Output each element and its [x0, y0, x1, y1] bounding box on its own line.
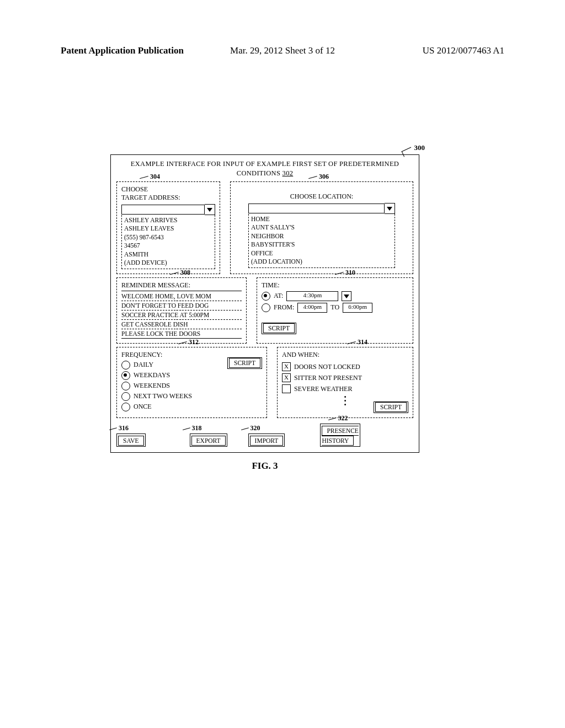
checkbox-icon[interactable]: X [282, 362, 291, 371]
ref-312: 312 [189, 338, 199, 346]
page-header: Patent Application Publication Mar. 29, … [61, 45, 504, 56]
save-button[interactable]: SAVE [116, 433, 146, 447]
ref-320: 320 [250, 424, 260, 432]
list-item[interactable]: (555) 987-6543 [124, 233, 212, 242]
chevron-down-icon[interactable] [385, 203, 395, 214]
freq-weekends[interactable]: WEEKENDS [121, 382, 262, 390]
time-at-row[interactable]: AT: 4:30pm [262, 291, 408, 301]
list-item[interactable]: HOME [251, 215, 392, 224]
list-item[interactable]: GET CASSEROLE DISH [121, 320, 242, 329]
radio-icon[interactable] [121, 361, 130, 370]
label-to: TO [331, 303, 339, 312]
header-left: Patent Application Publication [61, 45, 184, 56]
export-button[interactable]: EXPORT [190, 433, 227, 447]
panel-frequency: 312 FREQUENCY: DAILY WEEKDAYS WEEKENDS N… [116, 347, 267, 418]
radio-icon[interactable] [121, 403, 130, 411]
radio-at[interactable] [262, 292, 270, 301]
from-time-input[interactable]: 4:00pm [297, 303, 327, 313]
ref-322: 322 [338, 414, 348, 422]
radio-icon[interactable] [121, 371, 130, 380]
header-right: US 2012/0077463 A1 [423, 45, 504, 56]
radio-icon[interactable] [121, 392, 130, 401]
interface-title: EXAMPLE INTERFACE FOR INPUT OF EXAMPLE F… [116, 159, 413, 178]
target-address-options[interactable]: ASHLEY ARRIVES ASHLEY LEAVES (555) 987-6… [121, 215, 215, 269]
svg-marker-0 [207, 208, 212, 212]
list-item[interactable]: ASHLEY ARRIVES [124, 216, 212, 225]
script-button[interactable]: SCRIPT [262, 323, 296, 334]
list-item[interactable]: SOCCER PRACTICE AT 5:00PM [121, 311, 242, 320]
ref-300: 300 [414, 143, 425, 152]
list-item[interactable]: PLEASE LOCK THE DOORS [121, 329, 242, 339]
label-at: AT: [274, 292, 283, 300]
location-options[interactable]: HOME AUNT SALLY'S NEIGHBOR BABYSITTER'S … [248, 214, 395, 268]
list-item[interactable]: 34567 [124, 242, 212, 250]
panel-location: 306 CHOOSE LOCATION: HOME AUNT SALLY'S N… [230, 181, 413, 274]
figure-3: 300 EXAMPLE INTERFACE FOR INPUT OF EXAMP… [110, 154, 419, 472]
interface-box-300: EXAMPLE INTERFACE FOR INPUT OF EXAMPLE F… [110, 154, 419, 453]
presence-history-button[interactable]: PRESENCE HISTORY [320, 424, 360, 447]
list-item[interactable]: ASMITH [124, 250, 212, 259]
ref-304: 304 [150, 173, 160, 181]
ref-314: 314 [358, 338, 367, 346]
checkbox-icon[interactable]: X [282, 373, 291, 382]
radio-icon[interactable] [121, 382, 130, 390]
script-button[interactable]: SCRIPT [227, 357, 262, 369]
panel-target-address: 304 CHOOSE TARGET ADDRESS: ASHLEY ARRIVE… [116, 181, 220, 274]
label-from: FROM: [274, 303, 294, 312]
to-time-input[interactable]: 6:00pm [343, 303, 372, 313]
radio-from[interactable] [262, 303, 270, 312]
panel-reminder-message: 308 REMINDER MESSAGE: WELCOME HOME, LOVE… [116, 277, 247, 344]
panel-time: 310 TIME: AT: 4:30pm FROM: 4:00pm TO 6:0… [257, 277, 413, 344]
list-item[interactable]: WELCOME HOME, LOVE MOM [121, 291, 242, 301]
at-time-input[interactable]: 4:30pm [286, 291, 338, 301]
chevron-down-icon[interactable] [342, 291, 351, 301]
ref-302: 302 [282, 169, 294, 177]
location-dropdown[interactable] [248, 203, 395, 214]
label-choose-target: CHOOSE TARGET ADDRESS: [121, 185, 215, 202]
figure-caption: FIG. 3 [110, 461, 419, 472]
ref-306: 306 [319, 173, 329, 181]
time-from-row[interactable]: FROM: 4:00pm TO 6:00pm [262, 303, 408, 313]
target-address-dropdown[interactable] [121, 204, 215, 215]
chevron-down-icon[interactable] [205, 204, 215, 215]
list-item[interactable]: NEIGHBOR [251, 232, 392, 241]
chk-doors[interactable]: XDOORS NOT LOCKED [282, 362, 408, 371]
import-button[interactable]: IMPORT [248, 433, 285, 447]
ref-308: 308 [180, 269, 190, 277]
label-reminder: REMINDER MESSAGE: [121, 281, 242, 290]
label-choose-location: CHOOSE LOCATION: [235, 192, 408, 201]
label-time: TIME: [262, 281, 408, 290]
freq-once[interactable]: ONCE [121, 403, 262, 411]
ref-318: 318 [192, 424, 202, 432]
label-and-when: AND WHEN: [282, 351, 408, 359]
target-address-input[interactable] [121, 205, 205, 215]
location-input[interactable] [248, 204, 385, 213]
chk-sitter[interactable]: XSITTER NOT PRESENT [282, 373, 408, 382]
ref-316: 316 [119, 424, 129, 432]
list-item[interactable]: ASHLEY LEAVES [124, 224, 212, 233]
list-item[interactable]: BABYSITTER'S [251, 240, 392, 249]
script-button[interactable]: SCRIPT [374, 402, 408, 413]
freq-weekdays[interactable]: WEEKDAYS [121, 371, 262, 380]
reminder-messages[interactable]: WELCOME HOME, LOVE MOM DON'T FORGET TO F… [121, 291, 242, 339]
checkbox-icon[interactable] [282, 384, 291, 393]
ref-310: 310 [345, 269, 355, 277]
chk-severe-weather[interactable]: SEVERE WEATHER [282, 384, 408, 393]
header-center: Mar. 29, 2012 Sheet 3 of 12 [230, 45, 335, 56]
list-item[interactable]: (ADD DEVICE) [124, 259, 212, 267]
freq-next-two-weeks[interactable]: NEXT TWO WEEKS [121, 392, 262, 401]
panel-and-when: 314 AND WHEN: XDOORS NOT LOCKED XSITTER … [277, 347, 413, 418]
svg-marker-1 [387, 207, 392, 211]
list-item[interactable]: (ADD LOCATION) [251, 258, 392, 266]
svg-marker-2 [344, 295, 349, 298]
list-item[interactable]: AUNT SALLY'S [251, 223, 392, 232]
list-item[interactable]: OFFICE [251, 249, 392, 258]
list-item[interactable]: DON'T FORGET TO FEED DOG [121, 301, 242, 311]
